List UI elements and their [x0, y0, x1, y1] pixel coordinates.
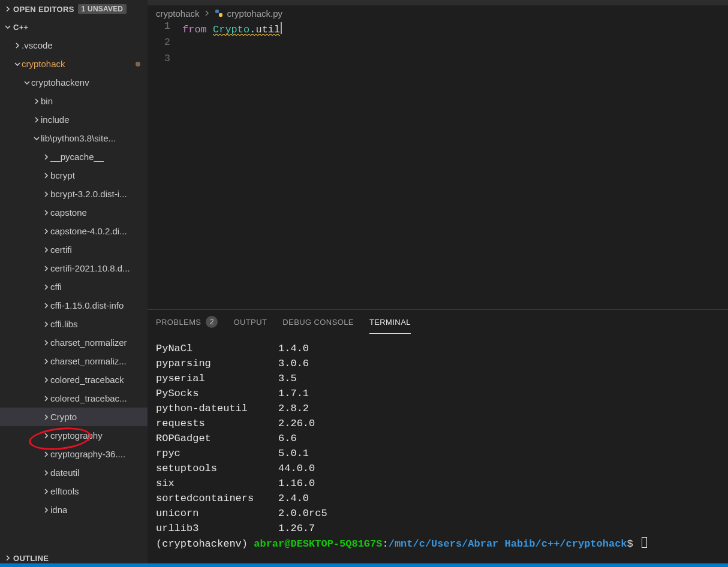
chevron-right-icon	[42, 190, 50, 198]
tree-item[interactable]: cffi.libs	[0, 315, 148, 333]
tree-item-label: cryptography	[50, 430, 103, 441]
bottom-panel: PROBLEMS 2 OUTPUT DEBUG CONSOLE TERMINAL…	[148, 309, 728, 567]
tree-item-label: certifi-2021.10.8.d...	[50, 263, 130, 273]
editor-line[interactable]: 2	[148, 37, 728, 53]
breadcrumb-folder[interactable]: cryptohack	[156, 8, 200, 19]
code-editor[interactable]: 1from Crypto.util23	[148, 20, 728, 309]
tree-item-label: .vscode	[22, 40, 53, 50]
open-editors-label: OPEN EDITORS	[13, 5, 74, 14]
unsaved-badge: 1 UNSAVED	[78, 4, 127, 14]
tree-item[interactable]: cryptohackenv	[0, 73, 148, 92]
svg-rect-0	[215, 10, 219, 13]
tree-item-label: bin	[41, 96, 53, 106]
tree-item[interactable]: Crypto	[0, 408, 148, 426]
tree-item[interactable]: cffi	[0, 278, 148, 296]
tab-problems[interactable]: PROBLEMS 2	[156, 313, 218, 330]
line-content: from Crypto.util	[182, 20, 282, 37]
chevron-right-icon	[42, 469, 50, 477]
tree-item[interactable]: capstone	[0, 203, 148, 222]
editor-group: cryptohack cryptohack.py 1from Crypto.ut…	[148, 0, 728, 567]
prompt-dollar: $	[627, 538, 639, 550]
editor-line[interactable]: 1from Crypto.util	[148, 20, 728, 37]
prompt-venv: (cryptohackenv)	[156, 538, 254, 550]
terminal-cursor	[642, 537, 647, 548]
tree-item-label: idna	[50, 505, 67, 515]
tree-item-label: cffi-1.15.0.dist-info	[50, 300, 124, 310]
tree-item[interactable]: bcrypt	[0, 166, 148, 185]
tree-item-label: certifi	[50, 245, 72, 255]
tree-item-label: cryptohackenv	[31, 77, 89, 88]
tree-item[interactable]: bin	[0, 92, 148, 110]
breadcrumb[interactable]: cryptohack cryptohack.py	[148, 6, 728, 20]
tree-item[interactable]: cryptography	[0, 426, 148, 445]
tree-item[interactable]: certifi-2021.10.8.d...	[0, 259, 148, 278]
tab-output-label: OUTPUT	[233, 318, 267, 327]
tree-item[interactable]: .vscode	[0, 36, 148, 55]
tree-item[interactable]: lib\python3.8\site...	[0, 129, 148, 147]
tree-item-label: cffi.libs	[50, 319, 78, 329]
outline-label: OUTLINE	[13, 554, 49, 563]
chevron-right-icon	[42, 227, 50, 236]
terminal-output: PyNaCl 1.4.0 pyparsing 3.0.6 pyserial 3.…	[156, 343, 327, 534]
tab-output[interactable]: OUTPUT	[233, 315, 267, 329]
editor-cursor	[281, 22, 282, 34]
tree-item-label: bcrypt	[50, 170, 75, 180]
workspace-header[interactable]: C++	[0, 18, 148, 36]
tree-item[interactable]: dateutil	[0, 463, 148, 482]
tree-item[interactable]: capstone-4.0.2.di...	[0, 222, 148, 240]
chevron-down-icon	[13, 60, 22, 68]
tab-debug-console[interactable]: DEBUG CONSOLE	[282, 315, 354, 329]
tree-item[interactable]: charset_normalizer	[0, 333, 148, 352]
tree-item[interactable]: include	[0, 110, 148, 129]
tree-item-label: include	[41, 114, 70, 125]
app-root: OPEN EDITORS 1 UNSAVED C++ .vscodecrypto…	[0, 0, 728, 567]
chevron-right-icon	[32, 116, 41, 124]
line-number: 1	[148, 20, 182, 37]
chevron-right-icon	[13, 41, 22, 50]
panel-tabs: PROBLEMS 2 OUTPUT DEBUG CONSOLE TERMINAL	[148, 310, 728, 334]
chevron-right-icon	[42, 432, 50, 440]
tree-item[interactable]: __pycache__	[0, 147, 148, 166]
tree-item[interactable]: elftools	[0, 482, 148, 500]
editor-line[interactable]: 3	[148, 53, 728, 69]
tree-item[interactable]: cffi-1.15.0.dist-info	[0, 296, 148, 315]
chevron-down-icon	[4, 23, 12, 31]
file-tree[interactable]: .vscodecryptohackcryptohackenvbininclude…	[0, 36, 148, 549]
chevron-right-icon	[42, 413, 50, 421]
tree-item[interactable]: idna	[0, 500, 148, 519]
tree-item-label: cryptohack	[22, 59, 65, 69]
tab-problems-label: PROBLEMS	[156, 318, 201, 327]
tree-item-label: lib\python3.8\site...	[41, 133, 116, 143]
chevron-right-icon	[4, 554, 12, 562]
tree-item[interactable]: charset_normaliz...	[0, 352, 148, 370]
terminal[interactable]: PyNaCl 1.4.0 pyparsing 3.0.6 pyserial 3.…	[148, 334, 728, 567]
prompt-colon: :	[382, 538, 388, 550]
chevron-right-icon	[42, 394, 50, 403]
chevron-right-icon	[42, 339, 50, 347]
svg-rect-1	[219, 13, 222, 17]
tree-item-label: colored_traceback	[50, 375, 124, 385]
chevron-right-icon	[42, 246, 50, 254]
line-number: 2	[148, 37, 182, 53]
tab-terminal[interactable]: TERMINAL	[369, 315, 411, 329]
tree-item-label: Crypto	[50, 412, 77, 422]
tree-item-label: cffi	[50, 282, 62, 292]
chevron-right-icon	[42, 506, 50, 514]
open-editors-header[interactable]: OPEN EDITORS 1 UNSAVED	[0, 0, 148, 18]
chevron-right-icon	[42, 487, 50, 496]
chevron-right-icon	[42, 283, 50, 291]
tab-terminal-label: TERMINAL	[369, 318, 411, 327]
breadcrumb-file[interactable]: cryptohack.py	[227, 8, 283, 19]
status-bar[interactable]	[0, 563, 728, 567]
tree-item[interactable]: colored_tracebac...	[0, 389, 148, 408]
tree-item[interactable]: bcrypt-3.2.0.dist-i...	[0, 185, 148, 203]
prompt-userhost: abrar@DESKTOP-5Q81G7S	[254, 538, 382, 550]
tree-item[interactable]: cryptography-36....	[0, 445, 148, 463]
chevron-right-icon	[42, 171, 50, 180]
chevron-down-icon	[23, 79, 31, 87]
tree-item[interactable]: colored_traceback	[0, 370, 148, 389]
tree-item[interactable]: cryptohack	[0, 55, 148, 73]
tab-bar[interactable]	[148, 0, 728, 6]
chevron-right-icon	[4, 5, 12, 13]
tree-item[interactable]: certifi	[0, 240, 148, 259]
